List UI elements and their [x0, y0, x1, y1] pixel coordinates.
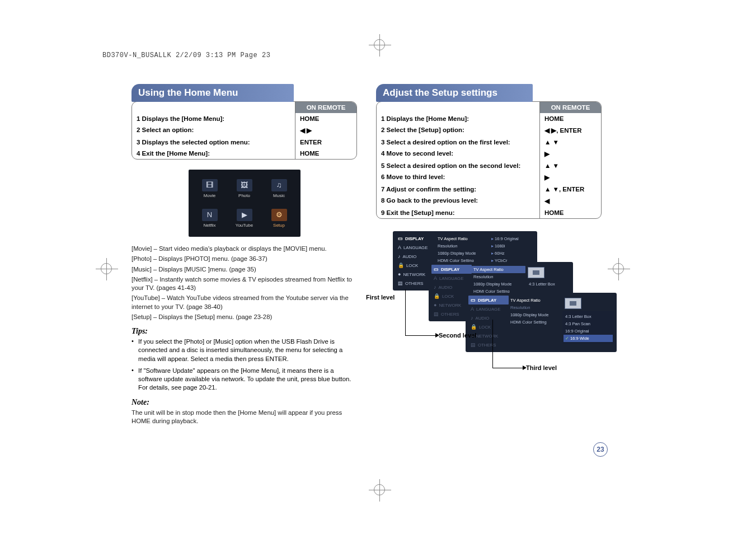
step-label: 1 Displays the [Home Menu]:	[377, 113, 539, 124]
step-key: ▲ ▼	[539, 137, 601, 148]
audio-icon: ♪	[434, 284, 436, 290]
step-label: 8 Go back to the previous level:	[377, 195, 539, 207]
step-label: 3 Select a desired option on the first l…	[377, 137, 539, 148]
lock-icon: 🔒	[471, 324, 477, 330]
audio-icon: ♪	[398, 254, 401, 259]
display-icon: ▭	[398, 236, 403, 241]
setup-panel-third-level: ▭DISPLAYALANGUAGE♪AUDIO🔒LOCK●NETWORK▤OTH…	[466, 293, 617, 352]
language-icon: A	[398, 245, 401, 250]
description-line: [Netflix] – Instantly watch some movies …	[132, 275, 357, 293]
setup-option-value: ▸ 1080i	[490, 242, 534, 250]
setup-levels-illustration: ▭DISPLAYALANGUAGE♪AUDIO🔒LOCK●NETWORK▤OTH…	[376, 231, 602, 377]
home-cell: ⚙Setup	[264, 205, 295, 231]
lock-icon: 🔒	[398, 263, 404, 268]
step-label: 3 Displays the selected option menu:	[132, 137, 295, 148]
step-label: 9 Exit the [Setup] menu:	[377, 207, 539, 218]
setup-option: Resolution	[509, 304, 562, 311]
right-column: Adjust the Setup settings ON REMOTE 1 Di…	[376, 84, 602, 427]
aspect-ratio-option: 4:3 Letter Box	[564, 313, 613, 320]
setup-option-value: ▸ 60Hz	[490, 250, 534, 257]
photo-icon: 🖼	[237, 179, 252, 191]
setup-option: 1080p Display Mode	[472, 280, 525, 288]
note-heading: Note:	[132, 398, 357, 407]
setup-option: Resolution	[436, 242, 490, 250]
home-cell: 🖼Photo	[229, 175, 260, 202]
audio-icon: ♪	[471, 315, 473, 321]
network-icon: ●	[398, 271, 401, 277]
step-key: HOME	[539, 207, 601, 218]
step-key: ◀ ▶, ENTER	[539, 124, 601, 137]
others-icon: ▤	[398, 280, 403, 286]
setup-icon: ⚙	[271, 209, 287, 221]
setup-steps-table: ON REMOTE 1 Displays the [Home Menu]:HOM…	[376, 101, 602, 219]
on-remote-header: ON REMOTE	[539, 102, 601, 113]
left-column: Using the Home Menu ON REMOTE 1 Displays…	[132, 84, 357, 427]
home-cell: NNetflix	[194, 205, 226, 231]
second-level-label: Second level	[439, 332, 476, 339]
others-icon: ▤	[471, 342, 476, 348]
preview-icon	[528, 267, 544, 278]
aspect-ratio-option: 4:3 Pan Scan	[564, 320, 613, 327]
setup-option-value: ▸ 16:9 Original	[490, 235, 534, 242]
description-line: [Music] – Displays [MUSIC ]menu. (page 3…	[132, 265, 357, 274]
registration-mark	[374, 484, 385, 495]
first-level-label: First level	[366, 294, 395, 301]
lock-icon: 🔒	[434, 293, 440, 299]
section-title-home-menu: Using the Home Menu	[132, 84, 294, 102]
home-cell: ▶YouTube	[229, 205, 260, 231]
setup-option: TV Aspect Ratio	[472, 266, 525, 273]
setup-option: HDMI Color Setting	[509, 318, 562, 326]
on-remote-header: ON REMOTE	[295, 102, 356, 113]
page-number: 23	[593, 442, 608, 457]
display-icon: ▭	[471, 297, 476, 303]
tips-heading: Tips:	[132, 327, 357, 336]
setup-side-item: ▭DISPLAY	[431, 265, 472, 274]
setup-option: 1080p Display Mode	[436, 250, 490, 257]
setup-side-item: ▭DISPLAY	[396, 234, 436, 243]
step-label: 2 Select an option:	[132, 124, 295, 137]
tip-text: If you select the [Photo] or [Music] opt…	[138, 338, 357, 363]
others-icon: ▤	[434, 311, 439, 317]
option-value: 4:3 Letter Box	[527, 280, 557, 288]
netflix-icon: N	[202, 209, 218, 221]
setup-side-item: 🔒LOCK	[468, 322, 509, 331]
aspect-ratio-option: ✓16:9 Wide	[564, 335, 613, 342]
setup-side-item: ALANGUAGE	[468, 305, 509, 313]
step-key: ENTER	[295, 137, 356, 148]
step-label: 1 Displays the [Home Menu]:	[132, 113, 295, 124]
aspect-ratio-option: 16:9 Original	[564, 327, 613, 335]
setup-option: TV Aspect Ratio	[436, 235, 490, 242]
home-menu-illustration: 🎞Movie🖼Photo♫MusicNNetflix▶YouTube⚙Setup	[189, 170, 300, 237]
step-key: ▶	[539, 171, 601, 184]
preview-icon	[565, 298, 581, 309]
setup-option: TV Aspect Ratio	[509, 297, 562, 304]
description-line: [Setup] – Displays the [Setup] menu. (pa…	[132, 313, 357, 321]
step-key: ◀	[539, 195, 601, 207]
setup-side-item: ALANGUAGE	[396, 243, 436, 252]
section-title-setup: Adjust the Setup settings	[376, 84, 533, 102]
setup-side-item: ♪AUDIO	[396, 252, 436, 261]
description-line: [Movie] – Start video media's playback o…	[132, 245, 357, 253]
description-line: [YouTube] – Watch YouTube videos streame…	[132, 294, 357, 311]
movie-icon: 🎞	[202, 179, 218, 191]
tip-text: If "Software Update" appears on the [Hom…	[138, 367, 357, 392]
step-label: 2 Select the [Setup] option:	[377, 124, 539, 137]
step-key: ▲ ▼, ENTER	[539, 184, 601, 195]
home-cell: ♫Music	[264, 175, 295, 202]
setup-side-item: ▭DISPLAY	[468, 296, 509, 305]
registration-mark	[101, 263, 112, 274]
language-icon: A	[471, 306, 474, 312]
step-label: 4 Move to second level:	[377, 148, 539, 160]
step-key: ▶	[539, 148, 601, 160]
home-cell: 🎞Movie	[194, 175, 226, 202]
registration-mark	[374, 39, 385, 50]
step-key: HOME	[539, 113, 601, 124]
step-label: 5 Select a desired option on the second …	[377, 160, 539, 171]
network-icon: ●	[434, 302, 436, 308]
step-key: ▲ ▼	[539, 160, 601, 171]
note-text: The unit will be in stop mode then the […	[132, 409, 357, 426]
step-label: 6 Move to third level:	[377, 171, 539, 184]
language-icon: A	[434, 275, 437, 281]
music-icon: ♫	[271, 179, 287, 191]
setup-side-item: ▤OTHERS	[468, 340, 509, 349]
